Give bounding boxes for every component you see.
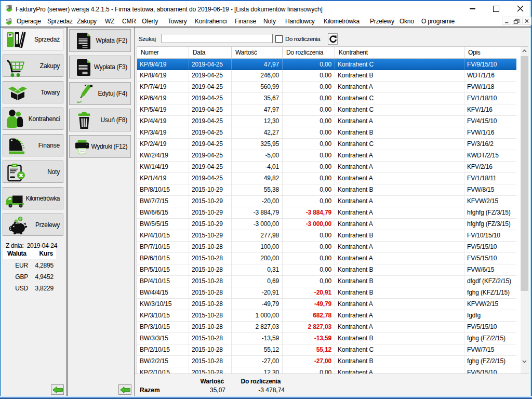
svg-text:2: 2 (19, 217, 21, 221)
